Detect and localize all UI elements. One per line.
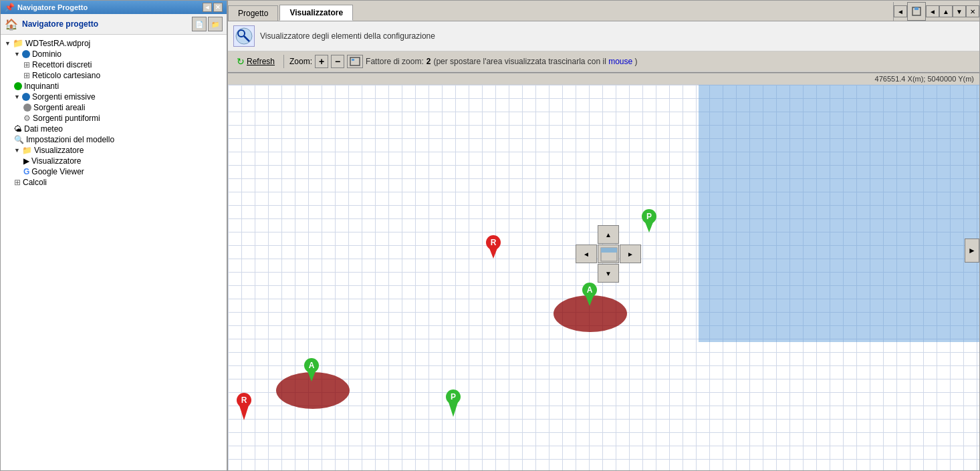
svg-marker-16 xyxy=(585,294,594,306)
tab-visualizzatore[interactable]: Visualizzatore xyxy=(279,5,353,21)
reticolo-label: Reticolo cartesiano xyxy=(32,71,100,80)
open-button[interactable]: 📁 xyxy=(208,17,223,31)
nav-middle-row: ◄ ► xyxy=(576,245,641,263)
svg-marker-10 xyxy=(644,220,654,232)
tree-item-recettori[interactable]: ⊞ Recettori discreti xyxy=(3,59,224,70)
svg-text:P: P xyxy=(646,212,652,221)
expand-dominio-icon: ▼ xyxy=(14,51,20,57)
tab-progetto[interactable]: Progetto xyxy=(228,5,278,21)
google-label: Google Viewer xyxy=(31,167,84,176)
new-button[interactable]: 📄 xyxy=(192,17,207,31)
visualizzatore-leaf-label: Visualizzatore xyxy=(31,156,81,166)
svg-rect-8 xyxy=(601,248,617,253)
tree-item-inquinanti[interactable]: Inquinanti xyxy=(3,81,224,92)
zoom-fit-button[interactable] xyxy=(347,55,363,68)
refresh-icon: ↻ xyxy=(237,56,245,67)
nav-left-btn[interactable]: ◄ xyxy=(894,5,907,17)
expand-sorgenti-icon: ▼ xyxy=(14,94,20,100)
tree-item-puntiformi[interactable]: ⚙ Sorgenti puntiformi xyxy=(3,113,224,124)
svg-marker-13 xyxy=(489,247,498,259)
calcoli-icon: ⊞ xyxy=(14,178,21,187)
svg-marker-22 xyxy=(239,406,249,420)
svg-rect-6 xyxy=(352,59,354,61)
header-buttons-group: 📄 📁 xyxy=(192,17,223,31)
nav-down-button[interactable]: ▼ xyxy=(598,264,619,283)
svg-text:P: P xyxy=(451,392,456,402)
impostazioni-icon: 🔍 xyxy=(14,135,24,144)
dominio-label: Dominio xyxy=(32,49,62,59)
refresh-label: Refresh xyxy=(247,57,275,66)
svg-text:A: A xyxy=(309,361,315,370)
navigator-header-title-group: 🏠 Navigatore progetto xyxy=(5,18,98,31)
pin-button[interactable]: ◄ xyxy=(203,3,212,12)
svg-rect-1 xyxy=(914,7,918,10)
tree-item-calcoli[interactable]: ⊞ Calcoli xyxy=(3,177,224,188)
navigator-header: 🏠 Navigatore progetto 📄 📁 xyxy=(1,14,227,35)
sorgenti-icon xyxy=(22,93,30,101)
tab-bar: Progetto Visualizzatore ◄ ◄ xyxy=(228,1,979,21)
svg-marker-19 xyxy=(307,369,316,381)
scroll-icon xyxy=(911,6,922,17)
window-arrow-up-btn[interactable]: ▲ xyxy=(939,5,953,17)
zoom-label: Zoom: xyxy=(289,57,312,66)
navigator-title-text: Navigatore Progetto xyxy=(17,3,88,11)
svg-text:R: R xyxy=(241,396,247,405)
nav-up-button[interactable]: ▲ xyxy=(598,225,619,244)
meteo-icon: 🌤 xyxy=(14,124,22,134)
zoom-factor-label: Fattore di zoom: xyxy=(366,57,424,66)
dominio-icon xyxy=(22,50,30,58)
refresh-button[interactable]: ↻ Refresh xyxy=(233,54,278,69)
nav-left-button[interactable]: ◄ xyxy=(576,245,597,263)
tree-item-areali[interactable]: Sorgenti areali xyxy=(3,102,224,113)
mouse-text: mouse xyxy=(608,57,632,66)
navigator-titlebar: 📌 Navigatore Progetto ◄ ✕ xyxy=(1,1,227,14)
description-text: Visualizzatore degli elementi della conf… xyxy=(260,31,435,41)
close-button[interactable]: ✕ xyxy=(213,3,223,12)
areali-icon xyxy=(23,104,31,112)
tree-item-impostazioni[interactable]: 🔍 Impostazioni del modello xyxy=(3,134,224,145)
zoom-out-button[interactable]: − xyxy=(331,55,344,68)
tree-item-project[interactable]: ▼ 📁 WDTestRA.wdproj xyxy=(3,37,224,49)
marker-green-p-top: P xyxy=(641,208,657,234)
svg-rect-5 xyxy=(350,57,360,65)
window-close-btn[interactable]: ✕ xyxy=(966,5,979,17)
sorgenti-label: Sorgenti emissive xyxy=(32,92,96,102)
project-tree: ▼ 📁 WDTestRA.wdproj ▼ Dominio ⊞ Recettor… xyxy=(1,35,227,470)
meteo-label: Dati meteo xyxy=(24,124,63,134)
canvas-area[interactable]: ▲ ◄ ► ▼ xyxy=(228,85,979,470)
google-icon: G xyxy=(23,167,29,176)
navigator-panel: 📌 Navigatore Progetto ◄ ✕ 🏠 Navigatore p… xyxy=(0,0,227,471)
tree-item-dominio[interactable]: ▼ Dominio xyxy=(3,49,224,59)
visualizzatore-folder-label: Visualizzatore xyxy=(34,146,84,155)
zoom-hint: (per spostare l'area visualizzata trasci… xyxy=(433,57,637,66)
window-pin-btn[interactable]: ◄ xyxy=(926,5,939,17)
inquinanti-label: Inquinanti xyxy=(24,82,59,91)
nav-right-button[interactable]: ► xyxy=(620,245,641,263)
window-scroll-btn[interactable] xyxy=(907,2,926,21)
tree-item-visualizzatore-folder[interactable]: ▼ 📁 Visualizzatore xyxy=(3,145,224,156)
window-arrow-down-btn[interactable]: ▼ xyxy=(953,5,966,17)
navigator-header-label: Navigatore progetto xyxy=(22,19,98,29)
svg-marker-25 xyxy=(449,402,458,417)
navigator-title-icon: 📌 xyxy=(5,3,15,12)
tree-item-meteo[interactable]: 🌤 Dati meteo xyxy=(3,124,224,134)
marker-red-r-bottom: R xyxy=(236,392,252,422)
zoom-in-button[interactable]: + xyxy=(315,55,328,68)
viz-folder-icon: 📁 xyxy=(22,146,32,155)
tree-item-google[interactable]: G Google Viewer xyxy=(3,166,224,177)
tree-item-sorgenti[interactable]: ▼ Sorgenti emissive xyxy=(3,92,224,102)
marker-red-r-mid: R xyxy=(485,234,501,261)
tree-item-reticolo[interactable]: ⊞ Reticolo cartesiano xyxy=(3,70,224,81)
inquinanti-icon xyxy=(14,82,22,90)
description-icon xyxy=(233,25,255,47)
viz-leaf-icon: ▶ xyxy=(23,156,29,166)
toolbar: ↻ Refresh Zoom: + − Fattore di zoom: 2 (… xyxy=(228,51,979,72)
right-edge-nav-button[interactable]: ► xyxy=(965,239,979,263)
zoom-fit-icon xyxy=(350,57,360,66)
marker-green-a-mid: A xyxy=(582,282,598,308)
calcoli-label: Calcoli xyxy=(23,178,47,187)
puntiformi-icon: ⚙ xyxy=(23,114,31,123)
coords-text: 476551.4 X(m); 5040000 Y(m) xyxy=(875,75,974,83)
recettori-label: Recettori discreti xyxy=(32,60,92,69)
tree-item-visualizzatore-leaf[interactable]: ▶ Visualizzatore xyxy=(3,156,224,166)
